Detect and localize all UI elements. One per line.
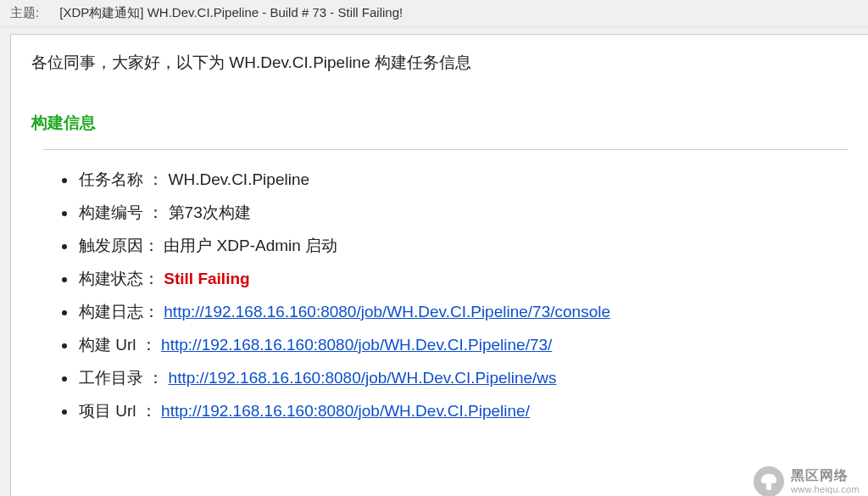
list-item: 构建 Url ： http://192.168.16.160:8080/job/… [77, 329, 848, 362]
item-label: 工作目录 ： [79, 362, 164, 395]
item-value: WH.Dev.CI.Pipeline [169, 170, 309, 188]
item-value: 由用户 XDP-Admin 启动 [164, 237, 337, 254]
watermark-text: 黑区网络 www.heiqu.com [791, 468, 860, 494]
item-label: 项目 Url ： [79, 395, 157, 428]
list-item: 任务名称 ： WH.Dev.CI.Pipeline [77, 164, 848, 197]
greeting-text: 各位同事，大家好，以下为 WH.Dev.CI.Pipeline 构建任务信息 [31, 52, 848, 74]
list-item: 构建编号 ： 第73次构建 [77, 197, 848, 230]
workspace-link[interactable]: http://192.168.16.160:8080/job/WH.Dev.CI… [169, 369, 557, 387]
item-label: 构建 Url ： [79, 329, 157, 362]
list-item: 构建状态： Still Failing [77, 263, 848, 296]
list-item: 项目 Url ： http://192.168.16.160:8080/job/… [77, 395, 848, 428]
email-body: 各位同事，大家好，以下为 WH.Dev.CI.Pipeline 构建任务信息 构… [10, 34, 868, 496]
divider [43, 149, 848, 150]
build-info-list: 任务名称 ： WH.Dev.CI.Pipeline 构建编号 ： 第73次构建 … [77, 164, 848, 428]
list-item: 触发原因： 由用户 XDP-Admin 启动 [77, 230, 848, 263]
item-label: 构建日志： [79, 296, 159, 329]
build-status-value: Still Failing [164, 270, 249, 287]
section-title: 构建信息 [31, 112, 848, 134]
watermark-url: www.heiqu.com [791, 484, 860, 495]
mushroom-icon [760, 473, 777, 490]
item-value: 第73次构建 [169, 203, 251, 221]
watermark: 黑区网络 www.heiqu.com [754, 466, 860, 496]
item-label: 触发原因： [79, 230, 159, 263]
project-url-link[interactable]: http://192.168.16.160:8080/job/WH.Dev.CI… [161, 402, 530, 420]
watermark-icon [754, 466, 784, 496]
item-label: 构建编号 ： [79, 197, 164, 230]
subject-bar: 主题: [XDP构建通知] WH.Dev.CI.Pipeline - Build… [0, 0, 868, 27]
subject-label: 主题: [10, 5, 39, 20]
item-label: 任务名称 ： [79, 164, 164, 197]
build-log-link[interactable]: http://192.168.16.160:8080/job/WH.Dev.CI… [164, 303, 610, 320]
watermark-cn: 黑区网络 [791, 468, 860, 483]
item-label: 构建状态： [79, 263, 159, 296]
list-item: 构建日志： http://192.168.16.160:8080/job/WH.… [77, 296, 848, 329]
build-url-link[interactable]: http://192.168.16.160:8080/job/WH.Dev.CI… [161, 336, 552, 354]
list-item: 工作目录 ： http://192.168.16.160:8080/job/WH… [77, 362, 848, 395]
subject-text: [XDP构建通知] WH.Dev.CI.Pipeline - Build # 7… [59, 5, 403, 20]
